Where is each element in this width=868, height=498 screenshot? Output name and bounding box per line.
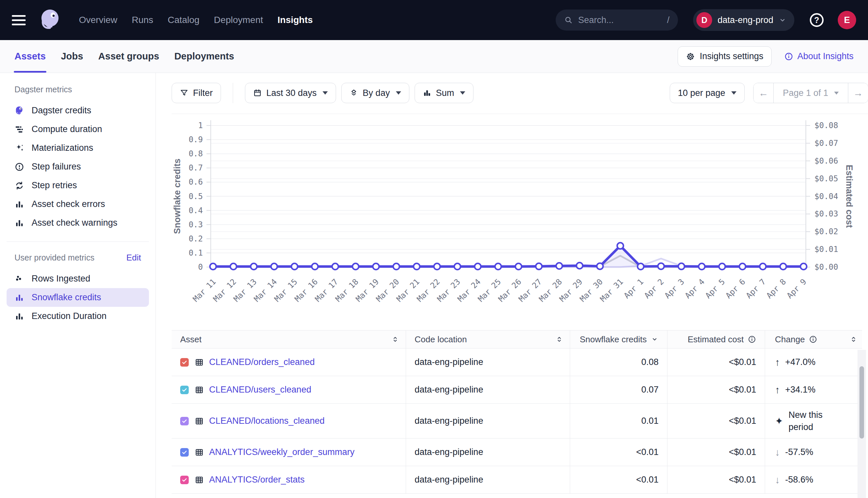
sidebar-item-label: Step failures	[31, 162, 81, 172]
help-icon[interactable]: ?	[809, 12, 825, 28]
nav-item-deployment[interactable]: Deployment	[214, 15, 263, 25]
nav-item-overview[interactable]: Overview	[79, 15, 117, 25]
svg-text:Estimated cost: Estimated cost	[844, 165, 854, 228]
svg-text:Apr 6: Apr 6	[724, 277, 747, 300]
caret-down-icon	[396, 91, 401, 95]
info-icon[interactable]	[748, 335, 756, 344]
sidebar-item-step-failures[interactable]: Step failures	[7, 157, 149, 176]
sidebar-item-label: Snowflake credits	[31, 292, 101, 303]
dagster-metrics-label: Dagster metrics	[14, 85, 72, 94]
series-checkbox[interactable]	[180, 417, 189, 425]
page-indicator-dropdown[interactable]: Page 1 of 1	[773, 83, 848, 103]
sidebar-item-compute-duration[interactable]: Compute duration	[7, 120, 149, 139]
chevron-down-icon	[779, 16, 787, 24]
user-avatar[interactable]: E	[838, 11, 856, 29]
info-icon[interactable]	[809, 335, 817, 344]
series-checkbox[interactable]	[180, 476, 189, 484]
tab-asset-groups[interactable]: Asset groups	[98, 40, 159, 73]
bar-chart-icon	[14, 293, 24, 303]
insights-settings-label: Insights settings	[700, 51, 764, 62]
date-range-dropdown[interactable]: Last 30 days	[245, 83, 336, 103]
sidebar-item-dagster-credits[interactable]: Dagster credits	[7, 101, 149, 120]
series-checkbox[interactable]	[180, 386, 189, 394]
svg-text:0: 0	[198, 262, 203, 272]
column-header-snowflake-credits[interactable]: Snowflake credits	[580, 335, 647, 344]
code-location-value: data-eng-pipeline	[414, 357, 483, 367]
sort-icon[interactable]	[555, 336, 563, 343]
edit-metrics-link[interactable]: Edit	[126, 253, 141, 263]
about-insights-label: About Insights	[797, 51, 854, 62]
asset-link[interactable]: CLEANED/users_cleaned	[209, 385, 311, 395]
dagster-logo-icon[interactable]	[37, 7, 63, 33]
sort-icon[interactable]	[850, 336, 857, 343]
insights-settings-button[interactable]: Insights settings	[678, 46, 772, 67]
svg-text:Apr 4: Apr 4	[683, 277, 706, 300]
sidebar-item-step-retries[interactable]: Step retries	[7, 176, 149, 195]
column-header-asset[interactable]: Asset	[180, 335, 202, 344]
sidebar-item-snowflake-credits[interactable]: Snowflake credits	[7, 288, 149, 307]
asset-link[interactable]: CLEANED/locations_cleaned	[209, 416, 324, 426]
scrollbar-thumb[interactable]	[859, 366, 864, 438]
svg-text:Apr 7: Apr 7	[744, 277, 767, 300]
granularity-dropdown[interactable]: By day	[341, 83, 409, 103]
asset-link[interactable]: CLEANED/orders_cleaned	[209, 357, 315, 367]
svg-text:Apr 9: Apr 9	[785, 277, 808, 300]
tab-jobs[interactable]: Jobs	[61, 40, 83, 73]
table-row: ANALYTICS/weekly_order_summary data-eng-…	[171, 438, 862, 466]
layers-icon	[349, 89, 358, 97]
calendar-icon	[253, 89, 262, 97]
code-location-value: data-eng-pipeline	[414, 475, 483, 485]
prev-page-button[interactable]: ←	[754, 83, 773, 103]
series-checkbox[interactable]	[180, 358, 189, 367]
search-input[interactable]: Search... /	[556, 10, 678, 30]
sidebar-divider	[7, 241, 149, 242]
table-asset-icon	[195, 475, 204, 485]
change-direction-icon: ↓	[775, 475, 780, 485]
tab-deployments[interactable]: Deployments	[174, 40, 234, 73]
sort-icon[interactable]	[391, 336, 399, 343]
nav-item-catalog[interactable]: Catalog	[168, 15, 200, 25]
per-page-dropdown[interactable]: 10 per page	[670, 83, 745, 103]
filter-button[interactable]: Filter	[171, 83, 221, 103]
deployment-switcher[interactable]: D data-eng-prod	[693, 9, 794, 31]
deployment-name: data-eng-prod	[717, 15, 773, 25]
next-page-button[interactable]: →	[848, 83, 868, 103]
per-page-label: 10 per page	[678, 88, 725, 98]
insights-main: Filter Last 30 days	[156, 73, 868, 498]
svg-text:$0.04: $0.04	[814, 192, 838, 201]
column-header-change[interactable]: Change	[775, 335, 805, 344]
svg-text:$0.03: $0.03	[814, 209, 838, 219]
sidebar-item-asset-check-warnings[interactable]: Asset check warnings	[7, 213, 149, 232]
about-insights-link[interactable]: About Insights	[784, 51, 854, 62]
nav-item-insights[interactable]: Insights	[278, 15, 313, 25]
sidebar-item-label: Compute duration	[31, 124, 102, 134]
series-checkbox[interactable]	[180, 448, 189, 457]
sidebar-item-label: Step retries	[31, 180, 77, 191]
menu-icon[interactable]	[12, 15, 26, 25]
table-asset-icon	[195, 417, 204, 426]
column-header-code-location[interactable]: Code location	[414, 335, 467, 344]
compute-duration-icon	[14, 124, 24, 134]
svg-text:$0.06: $0.06	[814, 156, 838, 166]
aggregation-label: Sum	[436, 88, 455, 98]
asset-link[interactable]: ANALYTICS/weekly_order_summary	[209, 447, 355, 457]
filter-label: Filter	[193, 88, 213, 98]
vertical-scrollbar[interactable]	[857, 350, 866, 498]
asset-link[interactable]: ANALYTICS/order_stats	[209, 475, 305, 485]
svg-text:1: 1	[198, 121, 203, 130]
sidebar-item-rows-ingested[interactable]: Rows Ingested	[7, 270, 149, 288]
aggregation-dropdown[interactable]: Sum	[414, 83, 474, 103]
filter-funnel-icon	[180, 89, 188, 97]
table-row: CLEANED/users_cleaned data-eng-pipeline …	[171, 376, 862, 404]
sidebar-item-materializations[interactable]: Materializations	[7, 139, 149, 157]
sidebar-item-execution-duration[interactable]: Execution Duration	[7, 307, 149, 326]
column-header-estimated-cost[interactable]: Estimated cost	[688, 335, 744, 344]
svg-text:$0.00: $0.00	[814, 262, 838, 272]
sorted-desc-icon[interactable]	[651, 336, 659, 343]
tab-assets[interactable]: Assets	[14, 40, 46, 73]
table-asset-icon	[195, 385, 204, 394]
sidebar-item-label: Execution Duration	[31, 311, 106, 321]
nav-item-runs[interactable]: Runs	[132, 15, 153, 25]
sidebar-item-asset-check-errors[interactable]: Asset check errors	[7, 195, 149, 213]
snowflake-credits-chart[interactable]: 00.10.20.30.40.50.60.70.80.91$0.00$0.01$…	[171, 114, 868, 315]
